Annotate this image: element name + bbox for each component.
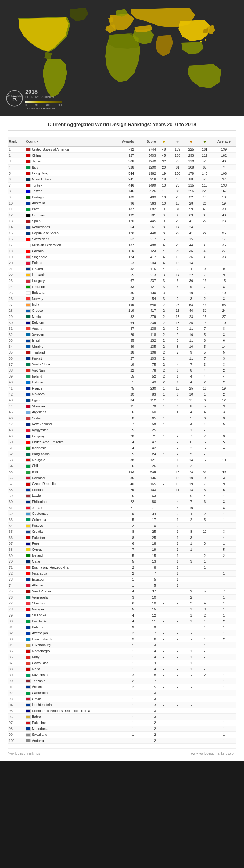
cell-awards: 1 (112, 696, 135, 702)
cell-d3: 10 (184, 505, 198, 511)
cell-avg: 5 (212, 349, 236, 356)
cell-d2: - (171, 672, 185, 678)
cell-d4: - (198, 523, 212, 529)
cell-d2: 1 (171, 553, 185, 559)
cell-country: Democratic People's Republic of Korea (25, 708, 112, 714)
table-row: 45 Argentina 16 60 1 4 4 4 3 (8, 409, 236, 415)
cell-avg: 19 (212, 385, 236, 391)
cell-avg: 167 (212, 188, 236, 194)
table-row: 86 Kenya 1 4 - - 1 - (8, 654, 236, 660)
cell-d4: 5 (198, 343, 212, 349)
cell-d4: - (198, 660, 212, 666)
cell-avg: 3 (212, 409, 236, 415)
cell-d2: 36 (171, 212, 185, 218)
cell-awards: 3 (112, 672, 135, 678)
cell-avg: 8 (212, 284, 236, 290)
cell-d1: 8 (157, 224, 171, 230)
cell-awards: 199 (112, 302, 135, 308)
flag-icon (26, 411, 31, 414)
cell-d4: 1 (198, 391, 212, 397)
cell-score: 25 (135, 427, 157, 433)
cell-rank: 79 (8, 612, 25, 618)
cell-avg: 1 (212, 600, 236, 607)
cell-d3: 11 (184, 326, 198, 332)
flag-icon (26, 704, 31, 707)
cell-score: 59 (135, 421, 157, 427)
cell-d2: 8 (171, 343, 185, 349)
flag-icon (26, 220, 31, 223)
cell-country: Turkey (25, 182, 112, 188)
cell-rank: 52 (8, 451, 25, 457)
cell-awards: 446 (112, 182, 135, 188)
table-row: 2 China 927 3403 45 188 293 219 182 (8, 152, 236, 158)
flag-icon (26, 512, 31, 516)
cell-avg: 4 (212, 373, 236, 379)
table-row: 69 Iceland 5 15 - 1 - 2 2 (8, 553, 236, 559)
cell-d3: 10 (184, 290, 198, 296)
cell-avg: 3 (212, 296, 236, 302)
cell-avg (212, 427, 236, 433)
cell-d3: 1 (184, 660, 198, 666)
cell-country: Philippines (25, 499, 112, 505)
cell-rank: 98 (8, 726, 25, 732)
cell-awards: 193 (112, 469, 135, 475)
cell-d2: 45 (171, 176, 185, 182)
th-rank: Rank (8, 137, 25, 146)
cell-d4: 4 (198, 600, 212, 607)
cell-avg: 3 (212, 475, 236, 481)
cell-country: Jordan (25, 505, 112, 511)
cell-rank: 18 (8, 248, 25, 254)
cell-avg: 9 (212, 272, 236, 278)
table-row: 44 Slovenia 21 79 1 4 8 5 3 (8, 403, 236, 409)
cell-score: 130 (135, 290, 157, 296)
cell-d4: 7 (198, 355, 212, 362)
cell-awards: 19 (112, 362, 135, 368)
cell-avg: 1 (212, 606, 236, 612)
cell-country: Puerto Rico (25, 618, 112, 624)
flag-icon (26, 435, 31, 438)
cell-awards: 36 (112, 290, 135, 296)
cell-score: 3403 (135, 152, 157, 158)
cell-rank: 10 (8, 200, 25, 206)
hashtag: #worlddesignrankings (8, 751, 40, 755)
cell-d1: - (157, 726, 171, 732)
cell-awards: 4 (112, 612, 135, 618)
cell-d1: 48 (157, 146, 171, 152)
cell-score: 446 (135, 230, 157, 236)
cell-d2: 1 (171, 564, 185, 570)
cell-country: Great Britain (25, 176, 112, 182)
table-row: 98 Macedonia 1 2 - - - - 1 (8, 726, 236, 732)
table-row: 12 Germany 192 701 9 36 69 35 43 (8, 212, 236, 218)
cell-country: Malaysia (25, 457, 112, 463)
cell-d3: 108 (184, 164, 198, 170)
cell-d2: 4 (171, 409, 185, 415)
cell-d2: 6 (171, 367, 185, 373)
cell-avg: 2 (212, 379, 236, 385)
cell-d3: 9 (184, 284, 198, 290)
cell-score: 11 (135, 618, 157, 624)
table-row: 58 Romania 29 103 - 11 18 5 5 (8, 487, 236, 493)
cell-d3: 25 (184, 320, 198, 326)
cell-country: United Arab Emirates (25, 439, 112, 445)
cell-country: Mexico (25, 314, 112, 320)
cell-d4: 5 (198, 349, 212, 356)
cell-d1: - (157, 487, 171, 493)
cell-country: Sri Lanka (25, 612, 112, 618)
cell-d4: 21 (198, 200, 212, 206)
cell-d2: - (171, 684, 185, 690)
cell-score: 7 (135, 630, 157, 637)
cell-d2: - (171, 636, 185, 642)
th-dot-bronze: ● (184, 137, 198, 146)
cell-avg: 5 (212, 421, 236, 427)
cell-avg: 7 (212, 260, 236, 266)
cell-avg (212, 648, 236, 654)
cell-avg (212, 582, 236, 589)
cell-rank: 59 (8, 493, 25, 499)
cell-d3: 2 (184, 517, 198, 523)
cell-d2: 4 (171, 403, 185, 409)
cell-d2: 1 (171, 547, 185, 553)
cell-d4: - (198, 654, 212, 660)
cell-rank: 62 (8, 511, 25, 517)
cell-rank: 81 (8, 624, 25, 630)
cell-d1: 5 (157, 236, 171, 242)
